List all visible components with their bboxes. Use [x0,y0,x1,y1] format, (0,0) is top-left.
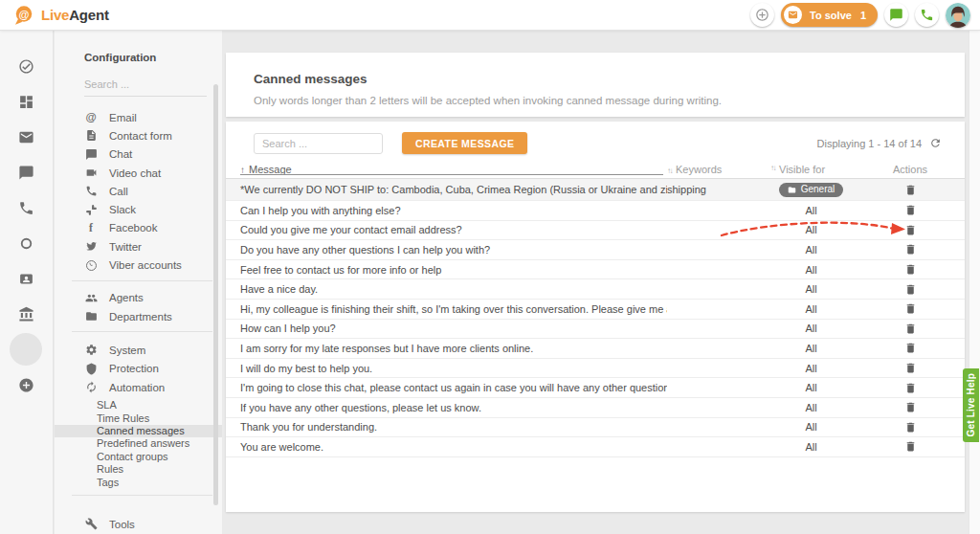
sidebar-item-contact-form[interactable]: Contact form [55,126,222,145]
table-row[interactable]: Hi, my colleague is finishing their shif… [226,300,965,320]
delete-message-button[interactable] [904,184,917,196]
delete-message-button[interactable] [904,382,917,394]
sidebar-item-viber-accounts[interactable]: Viber accounts [55,256,222,274]
rail-item-settings[interactable] [0,332,53,367]
sidebar-subitem-contact-groups[interactable]: Contact groups [55,451,222,463]
actions-cell [880,382,965,394]
rail-item-bank[interactable] [0,297,53,332]
message-cell: Feel free to contact us for more info or… [226,264,667,276]
refresh-button[interactable] [929,137,942,149]
table-row[interactable]: How can I help you?All [226,320,965,340]
delete-message-button[interactable] [904,362,917,374]
table-row[interactable]: *We currently DO NOT SHIP to: Cambodia, … [226,179,965,201]
table-row[interactable]: Feel free to contact us for more info or… [226,260,965,280]
sidebar-divider [72,280,212,281]
visible-for-value: All [805,205,816,216]
delete-message-button[interactable] [904,323,917,335]
sidebar-scrollbar[interactable] [213,84,218,505]
table-row[interactable]: Have a nice day.All [226,279,965,300]
sidebar-item-system[interactable]: System [55,341,222,359]
message-cell: *We currently DO NOT SHIP to: Cambodia, … [226,184,667,195]
sidebar-item-call[interactable]: Call [55,182,222,200]
rail-item-check-circle[interactable] [0,49,53,84]
table-row[interactable]: I'm going to close this chat, please con… [226,378,965,398]
get-live-help-button[interactable]: Get Live Help [963,368,979,442]
delete-message-button[interactable] [904,243,917,256]
delete-message-button[interactable] [904,224,917,236]
sidebar-item-video-chat[interactable]: Video chat [55,164,222,182]
sidebar-subitem-rules[interactable]: Rules [55,463,222,476]
sidebar-subitem-predefined-answers[interactable]: Predefined answers [55,437,222,450]
chat-icon [18,165,34,181]
calls-button[interactable] [915,3,939,27]
sidebar-subitem-canned-messages[interactable]: Canned messages [55,425,222,437]
delete-message-button[interactable] [904,302,917,315]
table-row[interactable]: If you have any other questions, please … [226,398,965,418]
column-header-keywords[interactable]: ↑↓Keywords [667,164,742,175]
visible-for-cell: All [742,283,880,295]
sidebar-subitem-time-rules[interactable]: Time Rules [55,412,222,425]
sidebar-item-email[interactable]: @Email [55,108,222,126]
sidebar-search-input[interactable] [84,78,207,96]
sidebar-item-departments[interactable]: Departments [55,307,222,325]
rail-item-contact-card[interactable] [0,261,53,297]
sidebar-item-slack[interactable]: Slack [55,200,222,218]
ring-icon [18,235,34,252]
sidebar-item-tools[interactable]: Tools [55,515,222,533]
rail-item-add-circle[interactable] [0,367,53,403]
table-row[interactable]: Do you have any other questions I can he… [226,240,965,260]
sidebar-subitem-sla[interactable]: SLA [55,399,222,412]
visible-for-value: All [805,363,816,374]
rail-item-dashboard[interactable] [0,84,53,120]
user-avatar[interactable] [946,3,970,28]
table-row[interactable]: You are welcome.All [226,437,965,457]
column-header-message[interactable]: ↑Message [226,164,667,175]
rail-item-chat[interactable] [0,155,53,190]
delete-message-button[interactable] [904,342,917,354]
table-row[interactable]: I am sorry for my late responses but I h… [226,339,965,359]
delete-message-button[interactable] [904,283,917,296]
table-row[interactable]: Could you give me your contact email add… [226,221,965,241]
sidebar-item-protection[interactable]: Protection [55,360,222,378]
delete-message-button[interactable] [904,421,917,434]
mail-icon [18,129,34,145]
sidebar-item-twitter[interactable]: Twitter [55,237,222,256]
actions-cell [880,184,965,196]
delete-message-button[interactable] [904,440,917,453]
video-icon [84,167,98,179]
messages-search-input[interactable] [254,133,383,154]
to-solve-count: 1 [860,10,866,21]
slack-icon [84,204,98,216]
delete-message-button[interactable] [904,263,917,276]
phone-icon [84,185,98,197]
rail-item-phone[interactable] [0,190,53,226]
trash-icon [904,302,917,315]
actions-cell [880,401,965,413]
rail-item-mail[interactable] [0,120,53,155]
chats-button[interactable] [884,3,908,27]
table-row[interactable]: I will do my best to help you.All [226,359,965,379]
column-header-visible-for[interactable]: ↑↓Visible for [742,164,880,175]
sidebar-item-label: Facebook [109,222,158,234]
visible-for-value: All [805,343,816,354]
sidebar-item-chat[interactable]: Chat [55,145,222,164]
message-cell: I will do my best to help you. [226,363,667,374]
sidebar-item-agents[interactable]: Agents [55,289,222,307]
delete-message-button[interactable] [904,204,917,216]
table-row[interactable]: Can I help you with anything else?All [226,201,965,221]
delete-message-button[interactable] [904,401,917,413]
sidebar-item-label: Agents [109,292,144,303]
rail-item-ring[interactable] [0,226,53,261]
sidebar-item-facebook[interactable]: fFacebook [55,219,222,237]
to-solve-button[interactable]: To solve 1 [781,3,878,27]
add-new-button[interactable] [750,3,774,27]
visible-for-cell: All [742,224,880,235]
create-message-button[interactable]: CREATE MESSAGE [402,132,527,154]
trash-icon [904,342,917,354]
page-scrollbar[interactable] [969,31,980,534]
contact-card-icon [18,271,34,287]
table-row[interactable]: Thank you for understanding.All [226,418,965,438]
actions-cell [880,283,965,296]
sidebar-item-automation[interactable]: Automation [55,378,222,396]
sidebar-subitem-tags[interactable]: Tags [55,477,222,489]
